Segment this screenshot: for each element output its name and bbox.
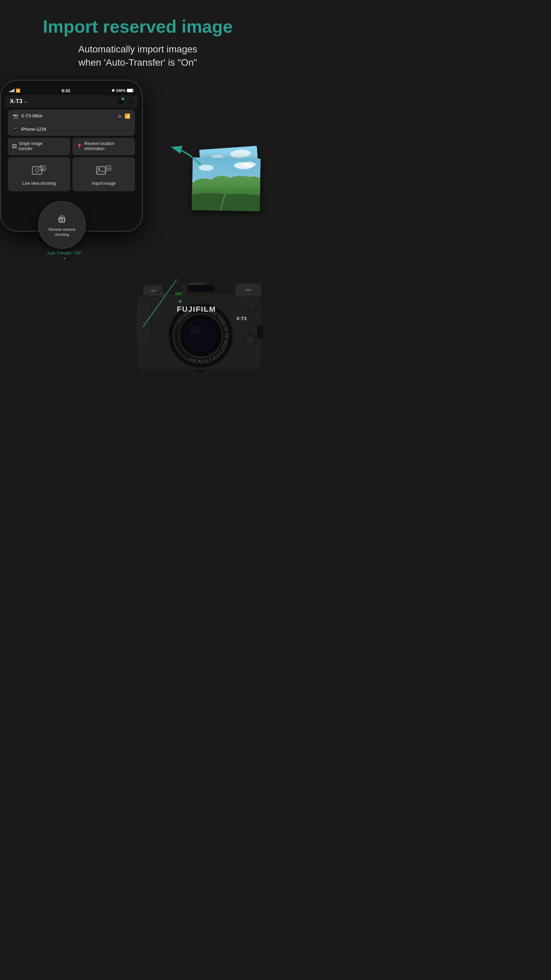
svg-rect-64 xyxy=(257,326,263,338)
phone-device-name: iPhone-1234 xyxy=(21,127,46,132)
svg-point-58 xyxy=(253,308,257,312)
device-list: 📷 X-T3-086A ⍾ 📶 📱 iPhone-1234 xyxy=(8,110,135,136)
header-section: Import reserved image Automatically impo… xyxy=(0,0,275,80)
svg-rect-18 xyxy=(59,218,65,222)
svg-rect-37 xyxy=(137,301,150,346)
camera-model-label: X-T3 xyxy=(10,98,22,105)
page-title: Import reserved image xyxy=(14,17,262,37)
phone-device-icon: 📱 xyxy=(13,127,18,132)
svg-point-65 xyxy=(179,300,182,303)
device-item-camera[interactable]: 📷 X-T3-086A ⍾ 📶 xyxy=(8,110,135,123)
remote-camera-label: Remote camerashooting xyxy=(49,227,75,237)
wifi-icon: 📶 xyxy=(16,89,21,93)
page-root: Import reserved image Automatically impo… xyxy=(0,0,275,409)
svg-text:X-T3: X-T3 xyxy=(237,316,247,321)
live-view-icon xyxy=(30,164,48,178)
svg-text:ISO: ISO xyxy=(151,289,156,292)
camera-section: ISO 1/250 xyxy=(0,259,275,395)
device-item-phone[interactable]: 📱 iPhone-1234 xyxy=(8,123,135,136)
svg-rect-20 xyxy=(60,217,62,218)
transfer-arrow xyxy=(167,137,208,172)
svg-rect-12 xyxy=(42,169,44,170)
page-subtitle: Automatically import images when 'Auto-T… xyxy=(14,43,262,69)
battery-icon xyxy=(127,89,134,92)
quick-actions-bar: 🖼 Single imagetransfer 📍 Receive locatio… xyxy=(8,138,135,155)
app-header-icons: 🖼 ☰ xyxy=(118,98,133,105)
transfer-icon: 🖼 xyxy=(12,143,17,149)
svg-rect-67 xyxy=(197,369,204,373)
main-feature-grid: Live view shooting Import image xyxy=(8,157,135,191)
svg-point-62 xyxy=(248,339,252,343)
phone-mockup: 📶 9:41 ✱ 100% X-T3 ⌄ xyxy=(0,80,143,232)
single-image-transfer-btn[interactable]: 🖼 Single imagetransfer xyxy=(8,138,70,155)
app-title-group[interactable]: X-T3 ⌄ xyxy=(10,98,27,105)
auto-transfer-status: Auto-Transfer "ON" • xyxy=(47,251,82,262)
import-image-btn[interactable]: Import image xyxy=(73,157,135,191)
signal-icon xyxy=(9,89,14,92)
wifi-status-icon: 📶 xyxy=(124,113,130,119)
svg-point-19 xyxy=(61,219,63,221)
import-image-label: Import image xyxy=(92,181,116,186)
svg-rect-56 xyxy=(175,292,182,295)
menu-icon[interactable]: ☰ xyxy=(128,98,133,105)
svg-text:1/250: 1/250 xyxy=(245,289,251,291)
svg-point-55 xyxy=(159,292,165,298)
live-view-label: Live view shooting xyxy=(22,181,56,186)
import-image-icon xyxy=(95,164,112,178)
camera-device-icon: 📷 xyxy=(13,113,18,119)
svg-point-59 xyxy=(246,315,250,319)
app-header-bar: X-T3 ⌄ 🖼 ☰ xyxy=(5,95,138,108)
status-time: 9:41 xyxy=(62,88,70,93)
image-icon-wrapper[interactable]: 🖼 xyxy=(118,98,124,105)
svg-text:FUJIFILM: FUJIFILM xyxy=(177,305,216,313)
svg-point-57 xyxy=(246,308,250,312)
status-left: 📶 xyxy=(9,89,21,93)
status-bar: 📶 9:41 ✱ 100% xyxy=(5,87,138,95)
single-transfer-label: Single imagetransfer xyxy=(19,141,42,152)
fujifilm-camera: ISO 1/250 xyxy=(116,266,275,395)
svg-point-46 xyxy=(184,319,217,352)
status-right: ✱ 100% xyxy=(111,89,134,93)
scene-container: 📶 9:41 ✱ 100% X-T3 ⌄ xyxy=(0,80,275,409)
location-icon: 📍 xyxy=(76,143,82,149)
svg-point-14 xyxy=(98,168,100,170)
svg-point-48 xyxy=(204,339,210,342)
svg-rect-13 xyxy=(97,167,105,174)
receive-location-btn[interactable]: 📍 Receive locationinformation xyxy=(73,138,135,155)
camera-device-name: X-T3-086A xyxy=(21,113,43,118)
chevron-down-icon: ⌄ xyxy=(24,99,27,104)
location-label: Receive locationinformation xyxy=(84,141,114,152)
notification-dot xyxy=(121,98,124,100)
bluetooth-icon: ✱ xyxy=(111,89,114,93)
live-view-btn[interactable]: Live view shooting xyxy=(8,157,70,191)
svg-rect-53 xyxy=(189,285,213,292)
svg-point-9 xyxy=(35,169,39,172)
remote-camera-icon xyxy=(56,213,68,225)
battery-pct: 100% xyxy=(116,89,125,92)
device-connections: ⍾ 📶 xyxy=(118,113,130,119)
remote-camera-circle[interactable]: Remote camerashooting xyxy=(38,201,86,249)
bluetooth-status-icon: ⍾ xyxy=(118,113,121,119)
